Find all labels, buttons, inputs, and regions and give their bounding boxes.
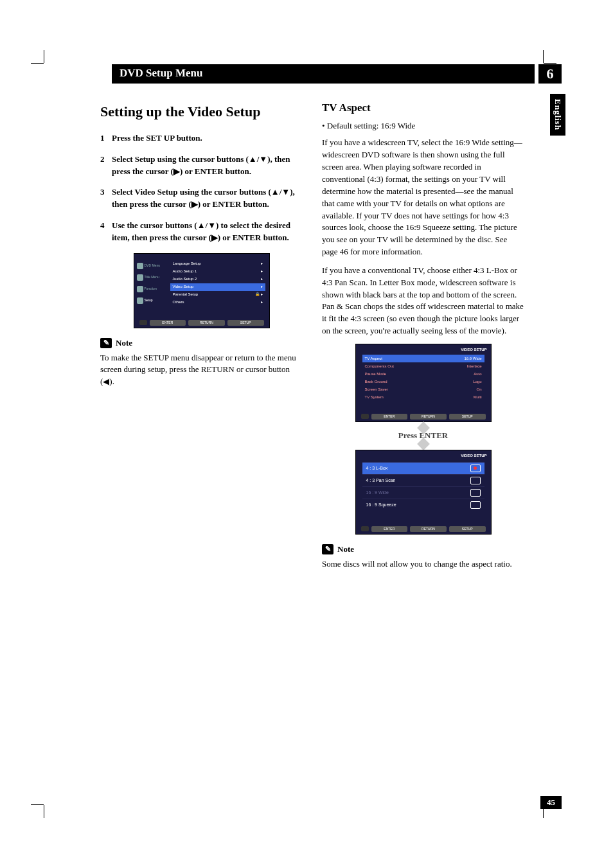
- title-icon: [137, 274, 143, 281]
- body-paragraph: If you have a conventional TV, choose ei…: [322, 265, 524, 337]
- dvd-icon: [137, 263, 143, 269]
- arrow-right-icon: ▸: [261, 261, 263, 267]
- subsection-heading: TV Aspect: [322, 100, 524, 116]
- arrow-right-icon: ▸: [261, 292, 263, 296]
- step-text: Press the SET UP button.: [112, 132, 202, 145]
- radio-icon: [470, 465, 481, 472]
- osd-return-button: RETURN: [410, 414, 447, 420]
- gear-icon: [137, 297, 143, 304]
- osd-return-button: RETURN: [188, 320, 225, 326]
- osd-setup-button: SETUP: [449, 414, 486, 420]
- osd-setup-menu: DVD Menu Title Menu Function Setup Langu…: [134, 253, 270, 328]
- note-heading: ✎ Note: [322, 544, 524, 556]
- osd-header: VIDEO SETUP: [461, 453, 486, 459]
- arrow-right-icon: ▸: [261, 269, 263, 274]
- chapter-number: 6: [538, 64, 562, 84]
- osd-setup-button: SETUP: [449, 526, 486, 532]
- nav-icon: [361, 414, 369, 419]
- chapter-header: DVD Setup Menu 6: [112, 64, 562, 84]
- radio-icon: [470, 477, 481, 484]
- osd-enter-button: ENTER: [371, 526, 408, 532]
- steps-list: 1Press the SET UP button. 2Select Setup …: [100, 132, 303, 244]
- language-tab: English: [550, 94, 565, 136]
- osd-header: VIDEO SETUP: [461, 347, 486, 353]
- left-column: Setting up the Video Setup 1Press the SE…: [100, 95, 303, 571]
- step-text: Use the cursor buttons (▲/▼) to select t…: [112, 220, 303, 244]
- arrow-right-icon: ▸: [261, 284, 263, 290]
- arrow-right-icon: ▸: [261, 276, 263, 282]
- step-number: 3: [100, 186, 112, 211]
- step-text: Select Setup using the cursor buttons (▲…: [112, 154, 303, 178]
- function-icon: [137, 286, 143, 292]
- pencil-icon: ✎: [322, 544, 333, 554]
- body-paragraph: If you have a widescreen TV, select the …: [322, 137, 524, 258]
- default-setting: Default setting: 16:9 Wide: [322, 120, 524, 132]
- osd-video-setup: VIDEO SETUP TV Aspect16:9 Wide Component…: [355, 344, 492, 422]
- lock-icon: 🔒: [255, 292, 260, 296]
- section-heading: Setting up the Video Setup: [100, 102, 303, 122]
- nav-icon: [139, 320, 147, 325]
- step-number: 2: [100, 154, 112, 178]
- step-text: Select Video Setup using the cursor butt…: [112, 186, 303, 211]
- pencil-icon: ✎: [100, 338, 112, 348]
- arrow-right-icon: ▸: [261, 299, 263, 305]
- osd-setup-button: SETUP: [227, 320, 264, 326]
- page-number: 45: [540, 796, 562, 809]
- osd-enter-button: ENTER: [371, 414, 408, 420]
- chapter-title: DVD Setup Menu: [112, 64, 535, 84]
- press-enter-label: Press ENTER: [322, 430, 524, 442]
- note-body: To make the SETUP menu disappear or retu…: [100, 352, 303, 389]
- step-number: 4: [100, 220, 112, 244]
- right-column: TV Aspect Default setting: 16:9 Wide If …: [322, 95, 524, 571]
- note-heading: ✎ Note: [100, 337, 303, 350]
- note-body: Some discs will not allow you to change …: [322, 558, 524, 571]
- radio-icon: [470, 501, 481, 509]
- osd-enter-button: ENTER: [150, 320, 186, 326]
- step-number: 1: [100, 132, 112, 145]
- osd-return-button: RETURN: [410, 526, 447, 532]
- osd-tv-aspect-options: VIDEO SETUP 4 : 3 L-Box 4 : 3 Pan Scan 1…: [355, 450, 492, 535]
- radio-icon: [470, 489, 481, 497]
- nav-icon: [361, 526, 369, 531]
